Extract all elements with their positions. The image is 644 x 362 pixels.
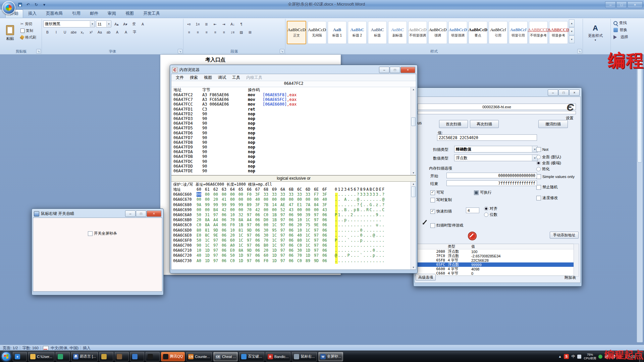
address-list-table[interactable]: 类型 值 2080浮点数1007FC0浮点数-2.657008285E3465F… bbox=[415, 244, 574, 276]
document-scrollbar[interactable]: ▲ bbox=[637, 55, 643, 343]
hex-byte[interactable]: 97 bbox=[314, 243, 322, 248]
hex-byte[interactable]: 1B bbox=[272, 213, 280, 218]
redo-button[interactable]: ↻ bbox=[33, 2, 40, 8]
paragraph-dialog-launcher[interactable]: ↘ bbox=[280, 49, 284, 54]
hex-byte[interactable]: 00 bbox=[205, 192, 213, 197]
close-button[interactable]: × bbox=[569, 89, 580, 96]
maximize-button[interactable]: □ bbox=[558, 89, 569, 96]
disasm-row[interactable]: 06A47FDC90nop bbox=[171, 159, 416, 164]
hex-byte[interactable]: 97 bbox=[213, 243, 222, 248]
hex-byte[interactable]: 97 bbox=[213, 238, 222, 243]
hex-byte[interactable]: 10 bbox=[297, 228, 306, 233]
font-dialog-launcher[interactable]: ↘ bbox=[178, 49, 182, 54]
disasm-row[interactable]: 06A47FD390nop bbox=[171, 116, 416, 121]
hex-byte[interactable]: 06 bbox=[255, 243, 264, 248]
hex-byte[interactable]: B0 bbox=[264, 243, 272, 248]
hex-byte[interactable]: 97 bbox=[247, 233, 255, 238]
current-address[interactable]: 06A47FC2 bbox=[171, 81, 416, 87]
table-row[interactable]: 65FC浮点数99999 bbox=[416, 262, 574, 267]
hex-byte[interactable]: 06 bbox=[322, 253, 331, 258]
hex-byte[interactable]: F7 bbox=[314, 192, 322, 197]
hex-byte[interactable]: 10 bbox=[230, 228, 238, 233]
hex-byte[interactable]: 00 bbox=[230, 192, 238, 197]
hex-byte[interactable]: 06 bbox=[289, 248, 297, 253]
menu-item-3[interactable]: 调试 bbox=[215, 74, 229, 81]
table-scrollbar[interactable] bbox=[574, 244, 579, 277]
menu-item-1[interactable]: 搜索 bbox=[187, 74, 201, 81]
hex-byte[interactable]: 06 bbox=[255, 233, 264, 238]
hex-byte[interactable]: 60 bbox=[230, 238, 238, 243]
hex-byte[interactable]: 50 bbox=[197, 238, 205, 243]
scan-type-combo[interactable]: 精确数值▼ bbox=[454, 146, 538, 153]
hex-byte[interactable]: 95 bbox=[272, 228, 280, 233]
hex-byte[interactable]: 1C bbox=[272, 238, 280, 243]
sort-button[interactable]: A↓ bbox=[228, 20, 237, 27]
ce-titlebar[interactable]: – □ × bbox=[415, 89, 581, 97]
hex-byte[interactable]: 06 bbox=[322, 228, 331, 233]
taskbar-button-ie-icon[interactable]: e bbox=[13, 352, 27, 361]
hex-byte[interactable]: 06 bbox=[289, 238, 297, 243]
hex-byte[interactable]: 1C bbox=[272, 243, 280, 248]
hex-row[interactable]: 06A6C6B0208AA406708AA406D01B9706101C9706… bbox=[171, 218, 416, 223]
hex-byte[interactable]: 1D bbox=[306, 248, 314, 253]
style-chip-3[interactable]: AaBbC标题 2 bbox=[348, 21, 367, 44]
minimize-button[interactable]: – bbox=[605, 1, 616, 8]
disasm-row[interactable]: 06A47FDA90nop bbox=[171, 149, 416, 154]
close-button[interactable]: × bbox=[147, 210, 161, 217]
executable-checkbox[interactable]: 可执行 bbox=[474, 190, 492, 195]
hex-byte[interactable]: 97 bbox=[314, 228, 322, 233]
next-scan-button[interactable]: 再次扫描 bbox=[470, 120, 499, 128]
hex-byte[interactable]: 06 bbox=[222, 253, 230, 258]
hex-byte[interactable]: 97 bbox=[280, 233, 289, 238]
scrollbar-thumb[interactable] bbox=[638, 61, 642, 163]
hex-byte[interactable]: 97 bbox=[280, 228, 289, 233]
memory-browser-window[interactable]: Є 内存浏览器 – □ × 文件搜索视图调试工具内核工具 06A47FC2 地址… bbox=[170, 65, 418, 274]
grow-font-button[interactable]: A▴ bbox=[112, 20, 121, 27]
hex-byte[interactable]: 06 bbox=[322, 238, 331, 243]
hex-byte[interactable]: 33 bbox=[297, 192, 306, 197]
hex-byte[interactable]: 06 bbox=[255, 213, 264, 218]
hidden-icons-button[interactable]: ▲ bbox=[558, 355, 562, 358]
hex-byte[interactable]: 00 bbox=[230, 197, 238, 202]
ribbon-tab-1[interactable]: 插入 bbox=[24, 10, 41, 18]
table-row[interactable]: 66004 字节4098 bbox=[416, 267, 574, 271]
hex-byte[interactable]: 06 bbox=[289, 218, 297, 223]
disasm-row[interactable]: 06A47FD790nop bbox=[171, 135, 416, 140]
hex-byte[interactable]: 80 bbox=[197, 228, 205, 233]
hex-byte[interactable]: 8A bbox=[238, 218, 247, 223]
show-marks-button[interactable]: ¶ bbox=[237, 20, 246, 27]
hex-byte[interactable]: 06 bbox=[222, 213, 230, 218]
scan-option-0[interactable]: Not bbox=[536, 147, 548, 152]
sogou-ime-icon[interactable]: S bbox=[564, 354, 569, 359]
hex-byte[interactable]: 30 bbox=[264, 233, 272, 238]
hex-byte[interactable]: 1C bbox=[306, 238, 314, 243]
taskbar-button-app-icon-2[interactable] bbox=[115, 352, 129, 361]
hex-byte[interactable]: 47 bbox=[289, 202, 297, 207]
enclose-character-button[interactable]: 字 bbox=[130, 28, 139, 36]
hex-byte[interactable]: 99 bbox=[238, 202, 247, 207]
hex-byte[interactable]: 33 bbox=[280, 192, 289, 197]
font-size-combo[interactable]: 11▼ bbox=[96, 20, 111, 27]
hex-byte[interactable]: 06 bbox=[222, 228, 230, 233]
hex-byte[interactable]: 06 bbox=[255, 238, 264, 243]
cheat-engine-window[interactable]: – □ × 00002368-hl.exe Є 设置 首次扫描 再次扫描 撤消扫… bbox=[413, 87, 582, 287]
value-type-combo[interactable]: 浮点数▼ bbox=[454, 155, 538, 161]
qat-customize-button[interactable]: ▾ bbox=[41, 2, 48, 8]
hex-byte[interactable]: B4 bbox=[213, 207, 222, 213]
hex-byte[interactable]: 1C bbox=[238, 243, 247, 248]
hex-byte[interactable]: 1C bbox=[238, 238, 247, 243]
bullets-button[interactable]: •≡ bbox=[185, 20, 193, 27]
hex-row[interactable]: 06A6C660000000000000F03F333333333333F73F… bbox=[171, 192, 416, 197]
hex-byte[interactable]: 06 bbox=[222, 233, 230, 238]
hex-byte[interactable]: 8A bbox=[205, 218, 213, 223]
taskbar-button-14[interactable]: W全屏秒... bbox=[318, 352, 343, 361]
hex-row[interactable]: 06A6C6809A9999999999B93F7B14AE47E17A843F… bbox=[171, 202, 416, 207]
hex-byte[interactable]: 06 bbox=[255, 228, 264, 233]
decrease-indent-button[interactable]: ⇤ bbox=[211, 20, 219, 27]
taskbar-button-11[interactable]: 百宝破... bbox=[239, 352, 264, 361]
ime-language-indicator[interactable]: 中 bbox=[571, 354, 575, 359]
hex-byte[interactable]: 81 bbox=[238, 228, 247, 233]
multilevel-list-button[interactable]: ≣ bbox=[202, 20, 211, 27]
disasm-row[interactable]: 06A47FDE90nop bbox=[171, 169, 416, 173]
hex-byte[interactable]: 1C bbox=[306, 218, 314, 223]
